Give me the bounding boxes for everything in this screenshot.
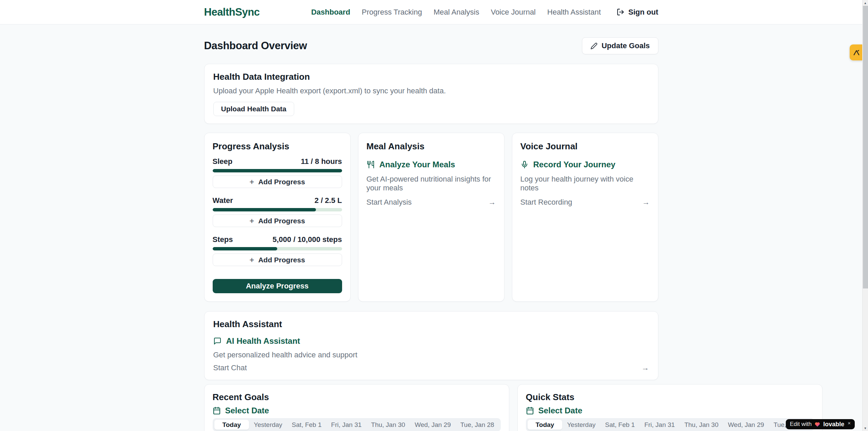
recent-goals-card: Recent Goals Select Date TodayYesterdayS… <box>204 384 509 431</box>
nav-item-health-assistant[interactable]: Health Assistant <box>547 8 601 17</box>
assistant-description: Get personalized health advice and suppo… <box>213 351 649 359</box>
add-progress-button-water[interactable]: +Add Progress <box>213 214 342 227</box>
start-recording-action[interactable]: Start Recording → <box>520 198 650 207</box>
start-chat-action[interactable]: Start Chat → <box>213 363 649 372</box>
app-logo[interactable]: HealthSync <box>204 6 260 18</box>
plus-icon: + <box>249 178 254 186</box>
voice-description: Log your health journey with voice notes <box>520 175 650 192</box>
metric-progress-bar <box>213 208 342 211</box>
integration-title: Health Data Integration <box>213 72 649 82</box>
sign-out-label: Sign out <box>628 8 658 17</box>
metric-sleep: Sleep11 / 8 hours+Add Progress <box>213 157 342 188</box>
integration-description: Upload your Apple Health export (export.… <box>213 87 649 95</box>
goals-select-date-button[interactable]: Select Date <box>213 406 501 415</box>
badge-brand-label: lovable <box>823 421 844 428</box>
health-assistant-card: Health Assistant AI Health Assistant Get… <box>204 311 658 380</box>
date-tab-thu-jan-30[interactable]: Thu, Jan 30 <box>679 420 723 430</box>
page-viewport: HealthSync DashboardProgress TrackingMea… <box>0 0 862 431</box>
scrollbar-up-arrow-icon[interactable]: ▲ <box>863 0 868 6</box>
add-progress-button-sleep[interactable]: +Add Progress <box>213 175 342 188</box>
metric-steps: Steps5,000 / 10,000 steps+Add Progress <box>213 235 342 266</box>
nav-item-voice-journal[interactable]: Voice Journal <box>491 8 536 17</box>
stats-select-date-button[interactable]: Select Date <box>526 406 814 415</box>
date-tab-today[interactable]: Today <box>214 420 249 430</box>
date-tab-yesterday[interactable]: Yesterday <box>562 420 600 430</box>
ai-health-assistant-label: AI Health Assistant <box>226 336 300 346</box>
meal-analysis-card: Meal Analysis Analyze Your Meals Get AI-… <box>358 133 504 302</box>
metric-progress-bar <box>213 169 342 172</box>
add-progress-label: Add Progress <box>258 217 305 225</box>
nav-links: DashboardProgress TrackingMeal AnalysisV… <box>311 8 601 17</box>
metric-progress-fill <box>213 169 342 172</box>
edit-with-lovable-badge[interactable]: Edit with lovable × <box>786 419 855 429</box>
lovable-floating-button[interactable] <box>850 44 863 60</box>
calendar-icon <box>213 407 221 415</box>
health-assistant-title: Health Assistant <box>213 319 649 330</box>
add-progress-button-steps[interactable]: +Add Progress <box>213 254 342 266</box>
heart-icon <box>814 421 820 427</box>
nav-item-progress-tracking[interactable]: Progress Tracking <box>362 8 422 17</box>
nav-item-dashboard[interactable]: Dashboard <box>311 8 350 17</box>
quick-stats-title: Quick Stats <box>526 392 814 402</box>
start-recording-label: Start Recording <box>520 198 572 207</box>
recent-goals-title: Recent Goals <box>213 392 501 402</box>
arrow-right-icon: → <box>642 364 649 372</box>
date-tab-today[interactable]: Today <box>528 420 563 430</box>
sign-out-button[interactable]: Sign out <box>617 8 658 17</box>
update-goals-button[interactable]: Update Goals <box>582 37 658 54</box>
logout-icon <box>617 8 624 16</box>
goals-select-date-label: Select Date <box>225 406 269 415</box>
start-chat-label: Start Chat <box>213 363 247 372</box>
add-progress-label: Add Progress <box>258 178 305 186</box>
scrollbar-down-arrow-icon[interactable]: ▼ <box>863 425 868 431</box>
calendar-icon <box>526 407 534 415</box>
date-tab-tue-jan-28[interactable]: Tue, Jan 28 <box>456 420 499 430</box>
plus-icon: + <box>249 217 254 225</box>
upload-health-data-button[interactable]: Upload Health Data <box>213 102 295 116</box>
meal-analysis-title: Meal Analysis <box>367 141 496 152</box>
metric-value: 11 / 8 hours <box>301 157 342 166</box>
date-tab-sat-feb-1[interactable]: Sat, Feb 1 <box>287 420 326 430</box>
stats-date-tabs: TodayYesterdaySat, Feb 1Fri, Jan 31Thu, … <box>526 418 814 431</box>
stats-select-date-label: Select Date <box>538 406 582 415</box>
goals-date-tabs: TodayYesterdaySat, Feb 1Fri, Jan 31Thu, … <box>213 418 501 431</box>
metric-progress-bar <box>213 247 342 250</box>
analyze-your-meals-label: Analyze Your Meals <box>379 160 455 169</box>
health-data-integration-card: Health Data Integration Upload your Appl… <box>204 64 658 124</box>
page-title: Dashboard Overview <box>204 40 307 52</box>
date-tab-wed-jan-29[interactable]: Wed, Jan 29 <box>723 420 769 430</box>
analyze-progress-button[interactable]: Analyze Progress <box>213 279 342 293</box>
metric-label: Water <box>213 196 233 205</box>
metric-progress-fill <box>213 208 316 211</box>
progress-analysis-card: Progress Analysis Sleep11 / 8 hours+Add … <box>204 133 351 302</box>
progress-analysis-title: Progress Analysis <box>213 141 342 152</box>
scrollbar-thumb[interactable] <box>863 6 868 288</box>
date-tab-sat-feb-1[interactable]: Sat, Feb 1 <box>600 420 640 430</box>
metric-water: Water2 / 2.5 L+Add Progress <box>213 196 342 227</box>
utensils-icon <box>367 161 375 169</box>
record-your-journey-link[interactable]: Record Your Journey <box>520 160 650 169</box>
date-tab-fri-jan-31[interactable]: Fri, Jan 31 <box>640 420 680 430</box>
start-analysis-label: Start Analysis <box>367 198 412 207</box>
ai-health-assistant-link[interactable]: AI Health Assistant <box>213 336 649 346</box>
analyze-your-meals-link[interactable]: Analyze Your Meals <box>367 160 496 169</box>
pencil-icon <box>590 42 598 50</box>
voice-journal-card: Voice Journal Record Your Journey Log yo… <box>512 133 658 302</box>
quick-stats-card: Quick Stats Select Date TodayYesterdaySa… <box>517 384 822 431</box>
date-tab-thu-jan-30[interactable]: Thu, Jan 30 <box>366 420 410 430</box>
top-navigation: HealthSync DashboardProgress TrackingMea… <box>0 0 862 24</box>
date-tab-fri-jan-31[interactable]: Fri, Jan 31 <box>326 420 367 430</box>
date-tab-yesterday[interactable]: Yesterday <box>249 420 287 430</box>
start-analysis-action[interactable]: Start Analysis → <box>367 198 496 207</box>
update-goals-label: Update Goals <box>602 41 650 50</box>
add-progress-label: Add Progress <box>258 256 305 264</box>
metric-value: 2 / 2.5 L <box>315 196 342 205</box>
date-tab-wed-jan-29[interactable]: Wed, Jan 29 <box>410 420 456 430</box>
microphone-icon <box>520 161 529 169</box>
metric-progress-fill <box>213 247 278 250</box>
badge-close-icon[interactable]: × <box>848 420 851 426</box>
nav-item-meal-analysis[interactable]: Meal Analysis <box>433 8 479 17</box>
progress-metrics: Sleep11 / 8 hours+Add ProgressWater2 / 2… <box>213 157 342 266</box>
arrow-right-icon: → <box>489 199 496 206</box>
vertical-scrollbar[interactable]: ▲ ▼ <box>862 0 868 431</box>
